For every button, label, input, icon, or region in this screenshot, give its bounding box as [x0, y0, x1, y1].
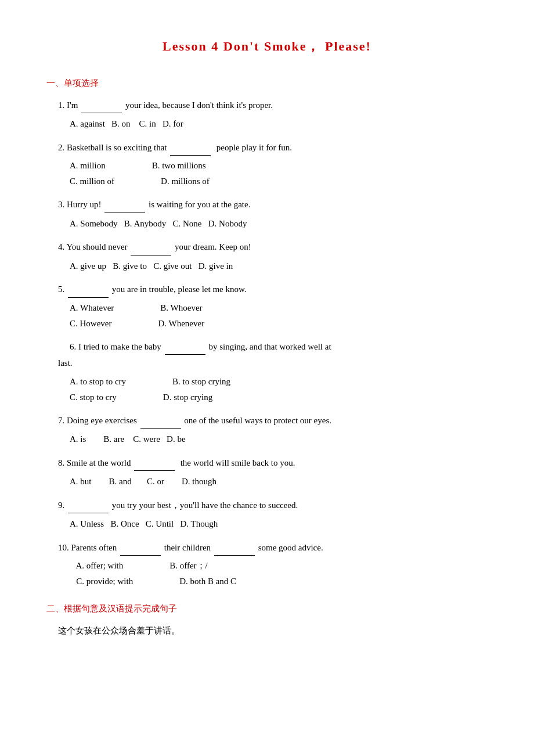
q2-options: A. million B. two millions C. million of… [58, 158, 488, 189]
q9-options: A. Unless B. Once C. Until D. Though [58, 516, 488, 532]
question-1: 1. I'm your idea, because I don't think … [46, 97, 488, 132]
q5-text: 5. you are in trouble, please let me kno… [58, 281, 488, 298]
question-6: 6. I tried to make the baby by singing, … [46, 339, 488, 405]
question-7: 7. Doing eye exercises one of the useful… [46, 412, 488, 448]
q1-text: 1. I'm your idea, because I don't think … [58, 97, 488, 114]
section1-header: 一、单项选择 [46, 75, 488, 91]
q3-options: A. Somebody B. Anybody C. None D. Nobody [58, 215, 488, 232]
q2-text: 2. Basketball is so exciting that people… [58, 139, 488, 156]
question-5: 5. you are in trouble, please let me kno… [46, 281, 488, 332]
q10-options: A. offer; with B. offer；/ C. provide; wi… [58, 558, 488, 589]
question-11: 这个女孩在公众场合羞于讲话。 [46, 622, 488, 639]
question-10: 10. Parents often their children some go… [46, 539, 488, 590]
q10-text: 10. Parents often their children some go… [58, 539, 488, 556]
q5-options: A. Whatever B. Whoever C. However D. Whe… [58, 300, 488, 332]
q11-text: 这个女孩在公众场合羞于讲话。 [58, 622, 488, 639]
question-9: 9. you try your best，you'll have the cha… [46, 497, 488, 532]
q8-text: 8. Smile at the world the world will smi… [58, 455, 488, 471]
q1-options: A. against B. on C. in D. for [58, 116, 488, 132]
question-2: 2. Basketball is so exciting that people… [46, 139, 488, 190]
question-4: 4. You should never your dream. Keep on!… [46, 239, 488, 274]
q3-text: 3. Hurry up! is waiting for you at the g… [58, 196, 488, 213]
q6-text-cont: last. [58, 355, 488, 372]
section2-header: 二、根据句意及汉语提示完成句子 [46, 601, 488, 617]
q6-options: A. to stop to cry B. to stop crying C. s… [58, 374, 488, 405]
q7-text: 7. Doing eye exercises one of the useful… [58, 412, 488, 429]
page-title: Lesson 4 Don't Smoke， Please! [46, 35, 488, 58]
question-3: 3. Hurry up! is waiting for you at the g… [46, 196, 488, 232]
q4-options: A. give up B. give to C. give out D. giv… [58, 258, 488, 275]
q8-options: A. but B. and C. or D. though [58, 473, 488, 490]
q4-text: 4. You should never your dream. Keep on! [58, 239, 488, 255]
question-8: 8. Smile at the world the world will smi… [46, 455, 488, 490]
q7-options: A. is B. are C. were D. be [58, 431, 488, 448]
q6-text: 6. I tried to make the baby by singing, … [58, 339, 488, 355]
q9-text: 9. you try your best，you'll have the cha… [58, 497, 488, 514]
